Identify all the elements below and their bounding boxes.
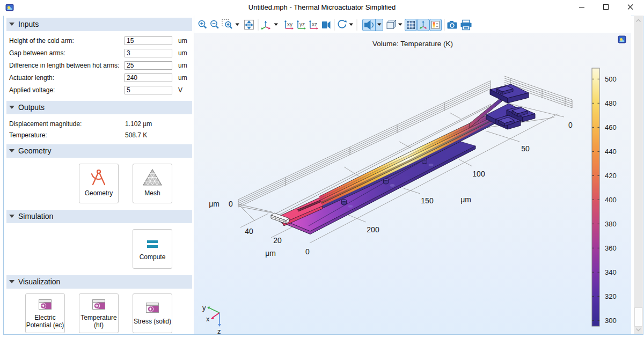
svg-text:100: 100 (472, 170, 485, 178)
svg-text:480: 480 (605, 99, 617, 107)
svg-text:μm: μm (265, 249, 276, 258)
svg-text:x: x (206, 315, 210, 323)
svg-text:0: 0 (229, 200, 233, 208)
svg-text:320: 320 (605, 292, 617, 300)
svg-text:μm: μm (209, 200, 219, 208)
svg-text:340: 340 (605, 268, 617, 276)
svg-text:300: 300 (605, 317, 617, 325)
svg-text:0: 0 (305, 247, 310, 256)
svg-text:150: 150 (421, 196, 434, 205)
svg-text:μm: μm (460, 195, 471, 204)
svg-text:yz: yz (299, 21, 305, 27)
svg-text:y: y (202, 304, 206, 312)
svg-text:xy: xy (287, 21, 292, 27)
svg-text:420: 420 (605, 172, 617, 180)
svg-text:0: 0 (568, 121, 573, 129)
svg-text:360: 360 (605, 244, 617, 252)
svg-text:z: z (217, 327, 221, 334)
svg-text:50: 50 (521, 144, 530, 153)
svg-text:400: 400 (605, 196, 617, 204)
svg-text:Volume: Temperature (K): Volume: Temperature (K) (372, 40, 453, 48)
svg-text:200: 200 (367, 225, 379, 234)
svg-text:440: 440 (605, 148, 617, 156)
svg-text:460: 460 (605, 123, 617, 131)
svg-text:380: 380 (605, 220, 617, 228)
svg-text:xz: xz (312, 21, 317, 27)
svg-text:40: 40 (245, 227, 253, 236)
svg-text:20: 20 (273, 236, 282, 245)
svg-text:500: 500 (605, 75, 617, 83)
